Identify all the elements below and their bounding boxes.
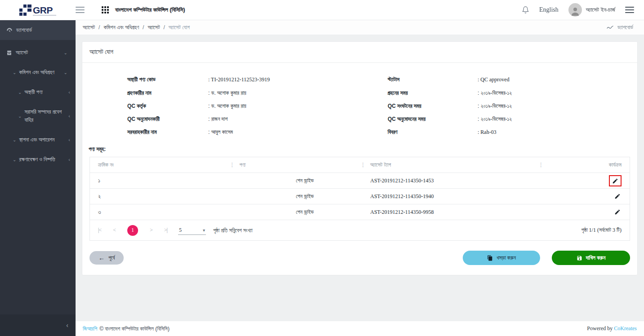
detail-label: গ্রহণকারীর নাম: [127, 90, 208, 96]
grp-logo-text: GRP: [33, 6, 56, 14]
pagination-last-button[interactable]: >|: [164, 227, 167, 234]
sidebar-item-dashboard[interactable]: ড্যাশবোর্ড: [0, 20, 76, 40]
cokreates-link[interactable]: CoKreates: [614, 325, 637, 332]
save-floppy-icon: [577, 255, 582, 261]
product-cell: পেন ড্রাইভ: [239, 193, 370, 199]
pagination-current-page[interactable]: 1: [127, 225, 138, 236]
sidebar-item-installation-operation[interactable]: ⌄ স্থাপনা এবং অপারেশন ‹: [0, 130, 76, 150]
sidebar-item-label: সরাসরি সম্পদের প্রবেশ বাহির: [24, 108, 68, 124]
sidebar: ড্যাশবোর্ড অ্যাসেট ⌄ ⌄ কমিশন এবং অধিগ্রহ…: [0, 20, 76, 336]
detail-label: গ্রহনের সময়: [388, 90, 478, 96]
trend-icon: [607, 25, 614, 30]
pagination-next-button[interactable]: >: [150, 227, 152, 234]
sidebar-item-asset[interactable]: অ্যাসেট ⌄: [0, 43, 76, 62]
chevron-left-icon: ‹: [68, 136, 70, 144]
detail-label: বিবরণ: [388, 129, 478, 136]
detail-value: : TI-20191212-112523-3919: [208, 76, 270, 83]
form-actions: ← পূর্বে খসড়া করুন দাখিল করুন: [89, 251, 630, 265]
page-size-value: 5: [179, 227, 182, 234]
edit-pencil-icon[interactable]: [613, 208, 622, 216]
chevron-down-icon: ⌄: [18, 89, 22, 96]
column-header: অ্যাসেট ট্যাগ: [370, 162, 391, 168]
detail-label: QC কর্তৃক: [127, 103, 208, 109]
chevron-down-icon: ⌄: [13, 69, 16, 76]
detail-label: QC অনুমোদনের সময়: [388, 116, 478, 122]
breadcrumb-item[interactable]: অ্যাসেট: [83, 24, 95, 31]
top-header: GRP বাংলাদেশ কম্পিউটার কাউন্সিল (বিসিসি)…: [0, 0, 644, 20]
edit-pencil-icon[interactable]: [611, 177, 619, 185]
detail-value: : ২০১৯-ডিসেম্বর-১২: [478, 116, 512, 122]
detail-label: QC অনুমোদনকারী: [127, 116, 208, 122]
grp-logo-mark-icon: [19, 4, 31, 16]
items-section-label: পণ্য সমূহ:: [89, 146, 630, 152]
gauge-icon: [6, 27, 13, 33]
column-menu-icon[interactable]: ⋮: [356, 162, 370, 168]
powered-by-label: Powered by: [587, 325, 613, 332]
sidebar-item-commission-acquisition[interactable]: ⌄ কমিশন এবং অধিগ্রহণ ⌄: [0, 62, 76, 82]
table-row: ১ পেন ড্রাইভ AST-20191212-114350-1453: [90, 173, 630, 189]
chevron-left-icon: ‹: [68, 156, 70, 164]
column-menu-icon[interactable]: ⋮: [225, 162, 239, 168]
dropdown-caret-icon: ▾: [203, 228, 205, 233]
sidebar-collapse-button[interactable]: ‹: [0, 314, 76, 336]
chevron-left-icon: ‹: [68, 88, 70, 96]
avatar: [568, 3, 582, 17]
main-area: অ্যাসেট / কমিশন এবং অধিগ্রহণ / অ্যাসেট /…: [76, 20, 644, 336]
pagination-first-button[interactable]: |<: [98, 227, 101, 234]
chevron-down-icon: ⌄: [13, 156, 16, 163]
sidebar-toggle-icon[interactable]: [76, 7, 85, 13]
sidebar-item-maintenance-disposal[interactable]: ⌄ রক্ষণাবেক্ষণ ও নিষ্পত্তি ‹: [0, 150, 76, 169]
collapse-chevron-icon: ‹: [66, 322, 68, 329]
save-draft-button-label: খসড়া করুন: [496, 255, 516, 261]
detail-label: সরবরাহকারীর নাম: [127, 129, 208, 135]
header-menu-icon[interactable]: [625, 7, 634, 13]
product-cell: পেন ড্রাইভ: [239, 209, 370, 215]
user-role: অ্যাসেট ইন-চার্জ: [586, 6, 615, 13]
column-menu-icon[interactable]: ⋮: [534, 162, 548, 168]
asset-add-card: অ্যাসেট যোগ অস্থায়ী পণ্য কোড: TI-201912…: [82, 41, 638, 275]
edit-pencil-icon[interactable]: [613, 192, 622, 200]
items-table: ক্রমিক নং⋮ পণ্য⋮ অ্যাসেট ট্যাগ⋮ কার্যক্র…: [89, 157, 630, 241]
language-switcher[interactable]: English: [539, 6, 559, 13]
content-area: অ্যাসেট যোগ অস্থায়ী পণ্য কোড: TI-201912…: [76, 35, 644, 321]
detail-value: : Rah-03: [478, 129, 496, 136]
page-size-select[interactable]: 5 ▾: [178, 226, 206, 235]
column-header: কার্যক্রম: [609, 162, 622, 168]
sidebar-item-label: অস্থায়ী পণ্য: [24, 88, 68, 96]
footer-grp-link[interactable]: জিআরপি: [83, 326, 97, 332]
grp-logo[interactable]: GRP: [0, 4, 76, 16]
detail-value: : ২০১৯-ডিসেম্বর-১২: [478, 103, 512, 109]
asset-tag-cell: AST-20191212-114350-1940: [370, 193, 548, 200]
pagination-row: |< < 1 > >| 5 ▾ পৃষ্ঠা প্রতি সন্নিবেশ সং…: [90, 220, 630, 240]
notifications-bell-icon[interactable]: [522, 6, 529, 14]
apps-grid-icon[interactable]: [102, 6, 109, 13]
detail-value: : ড. অশোক কুমার রায়: [208, 103, 246, 109]
user-menu[interactable]: অ্যাসেট ইন-চার্জ: [568, 3, 615, 17]
breadcrumb-separator: /: [98, 24, 100, 31]
sidebar-item-temporary-goods[interactable]: ⌄ অস্থায়ী পণ্য ‹: [0, 82, 76, 102]
breadcrumb-item[interactable]: অ্যাসেট: [148, 24, 160, 31]
submit-button[interactable]: দাখিল করুন: [552, 251, 630, 265]
breadcrumb-separator: /: [143, 24, 144, 31]
chevron-left-icon: ‹: [68, 112, 70, 120]
dashboard-link-label: ড্যাশবোর্ড: [617, 24, 633, 31]
dashboard-link[interactable]: ড্যাশবোর্ড: [607, 24, 633, 31]
footer: জিআরপি © বাংলাদেশ কম্পিউটার কাউন্সিল (বি…: [76, 321, 644, 336]
previous-button[interactable]: ← পূর্বে: [89, 251, 124, 265]
sidebar-item-label: কমিশন এবং অধিগ্রহণ: [19, 68, 63, 76]
chevron-down-icon: ⌄: [64, 49, 67, 56]
breadcrumb-current: অ্যাসেট যোগ: [169, 24, 190, 31]
page-size-label: পৃষ্ঠা প্রতি সন্নিবেশ সংখ্যা: [213, 227, 252, 234]
asset-tag-cell: AST-20191212-114350-9958: [370, 209, 548, 216]
pagination-prev-button[interactable]: <: [113, 227, 116, 234]
pagination-summary: পৃষ্ঠা 1/1 (সর্বমোট 3 টি): [581, 227, 622, 234]
sidebar-item-direct-asset-entry[interactable]: ⌄ সরাসরি সম্পদের প্রবেশ বাহির ‹: [0, 102, 76, 130]
breadcrumb-item[interactable]: কমিশন এবং অধিগ্রহণ: [103, 24, 139, 31]
serial-cell: ১: [98, 177, 100, 184]
detail-value: : ২০১৯-ডিসেম্বর-১২: [478, 90, 512, 96]
detail-value: : QC approved: [478, 76, 510, 83]
back-arrow-icon: ←: [98, 254, 105, 261]
detail-value: : আবুল কাসেম: [208, 129, 233, 135]
breadcrumb-bar: অ্যাসেট / কমিশন এবং অধিগ্রহণ / অ্যাসেট /…: [76, 20, 644, 35]
save-draft-button[interactable]: খসড়া করুন: [463, 251, 540, 265]
